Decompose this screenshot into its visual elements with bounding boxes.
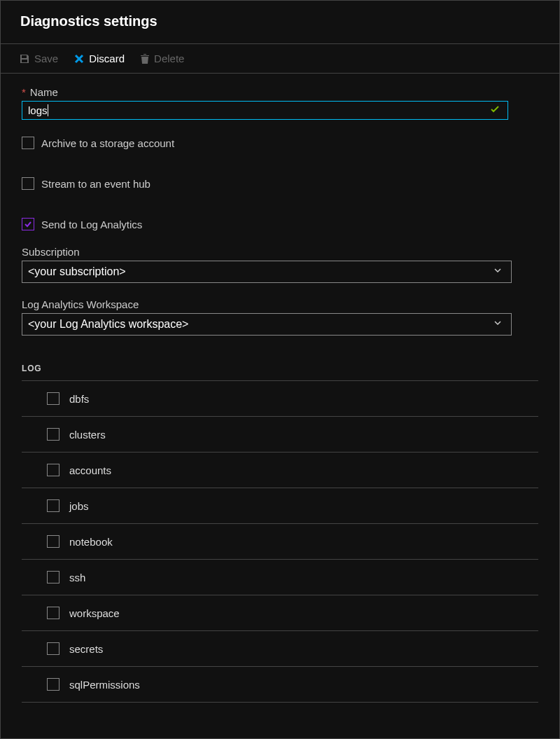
discard-button[interactable]: Discard xyxy=(74,53,125,64)
discard-label: Discard xyxy=(89,53,125,64)
chevron-down-icon xyxy=(493,318,503,331)
save-icon xyxy=(19,53,30,64)
log-item[interactable]: workspace xyxy=(22,595,538,631)
stream-option[interactable]: Stream to an event hub xyxy=(22,177,538,190)
log-item-label: ssh xyxy=(69,572,85,583)
workspace-section: Log Analytics Workspace <your Log Analyt… xyxy=(22,298,538,336)
stream-checkbox[interactable] xyxy=(22,177,34,190)
log-item-checkbox[interactable] xyxy=(47,464,59,476)
log-item-label: workspace xyxy=(69,607,120,619)
log-item[interactable]: ssh xyxy=(22,560,538,595)
workspace-label: Log Analytics Workspace xyxy=(22,298,538,310)
subscription-dropdown[interactable]: <your subscription> xyxy=(22,261,512,283)
name-input[interactable]: logs xyxy=(22,101,508,120)
archive-label: Archive to a storage account xyxy=(41,137,174,149)
discard-icon xyxy=(74,53,85,64)
log-item-label: clusters xyxy=(69,429,106,441)
log-item-checkbox[interactable] xyxy=(47,535,59,548)
log-item-label: jobs xyxy=(69,500,89,512)
log-analytics-label: Send to Log Analytics xyxy=(41,219,142,230)
page-title: Diagnostics settings xyxy=(1,1,559,44)
log-item[interactable]: accounts xyxy=(22,453,538,488)
save-label: Save xyxy=(34,53,58,64)
log-item-checkbox[interactable] xyxy=(47,428,59,441)
subscription-value: <your subscription> xyxy=(28,265,126,277)
workspace-value: <your Log Analytics workspace> xyxy=(28,318,188,330)
log-item-checkbox[interactable] xyxy=(47,678,59,691)
log-item[interactable]: sqlPermissions xyxy=(22,667,538,703)
log-item-checkbox[interactable] xyxy=(47,607,59,619)
toolbar: Save Discard Delete xyxy=(1,44,559,74)
delete-button[interactable]: Delete xyxy=(140,53,184,64)
save-button[interactable]: Save xyxy=(19,53,58,64)
log-analytics-option[interactable]: Send to Log Analytics xyxy=(22,218,538,230)
log-item-checkbox[interactable] xyxy=(47,392,59,405)
delete-label: Delete xyxy=(154,53,184,64)
log-item[interactable]: jobs xyxy=(22,488,538,524)
log-analytics-checkbox[interactable] xyxy=(22,218,34,230)
log-item-label: sqlPermissions xyxy=(69,679,140,691)
log-list: dbfsclustersaccountsjobsnotebooksshworks… xyxy=(22,380,538,703)
delete-icon xyxy=(140,53,150,64)
log-item-checkbox[interactable] xyxy=(47,571,59,583)
name-label-row: * Name xyxy=(22,86,538,98)
name-label: Name xyxy=(30,86,58,98)
log-item-label: accounts xyxy=(69,464,111,476)
log-item-label: notebook xyxy=(69,536,113,548)
archive-checkbox[interactable] xyxy=(22,137,34,149)
log-item-label: dbfs xyxy=(69,393,89,405)
stream-label: Stream to an event hub xyxy=(41,178,150,190)
chevron-down-icon xyxy=(493,265,503,278)
log-item[interactable]: clusters xyxy=(22,417,538,453)
subscription-section: Subscription <your subscription> xyxy=(22,246,538,283)
log-section-header: LOG xyxy=(22,364,538,380)
log-item[interactable]: dbfs xyxy=(22,381,538,417)
log-item-label: secrets xyxy=(69,643,103,655)
log-item[interactable]: notebook xyxy=(22,524,538,560)
subscription-label: Subscription xyxy=(22,246,538,258)
valid-check-icon xyxy=(490,104,500,117)
archive-option[interactable]: Archive to a storage account xyxy=(22,137,538,149)
log-item-checkbox[interactable] xyxy=(47,499,59,512)
log-item[interactable]: secrets xyxy=(22,631,538,667)
log-item-checkbox[interactable] xyxy=(47,642,59,655)
required-asterisk: * xyxy=(22,86,26,98)
name-input-value: logs xyxy=(28,104,48,116)
name-input-wrap: logs xyxy=(22,101,538,120)
workspace-dropdown[interactable]: <your Log Analytics workspace> xyxy=(22,313,512,336)
content: * Name logs Archive to a storage account… xyxy=(1,74,559,703)
